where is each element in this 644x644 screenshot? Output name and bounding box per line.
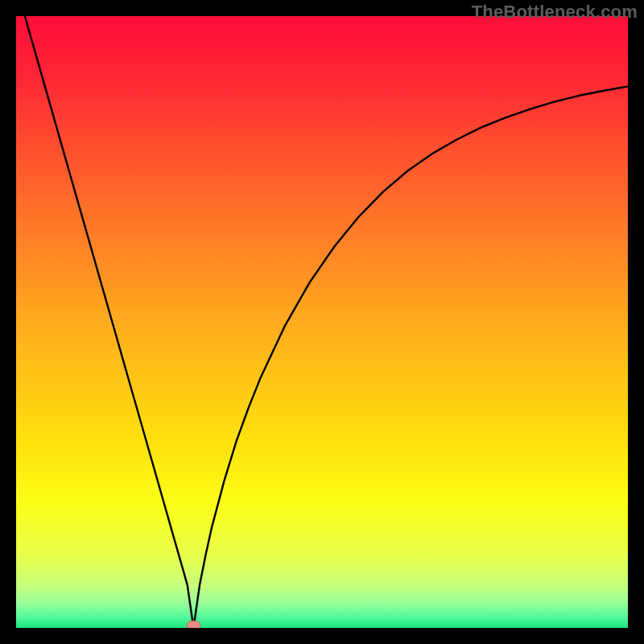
plot-area xyxy=(16,16,628,628)
minimum-marker xyxy=(187,621,200,628)
plot-svg xyxy=(16,16,628,628)
chart-frame: TheBottleneck.com xyxy=(0,0,644,644)
watermark-text: TheBottleneck.com xyxy=(472,2,638,23)
